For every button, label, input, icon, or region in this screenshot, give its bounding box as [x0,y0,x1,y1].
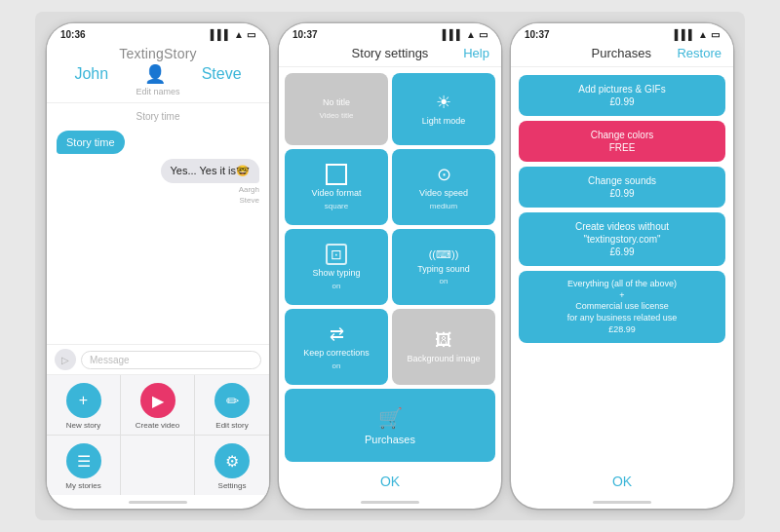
sender-label-2: Steve [240,196,259,205]
settings-spacer: Help [291,46,317,60]
home-bar-3 [511,495,733,509]
tile-video-format[interactable]: Video format square [285,149,388,225]
ok-button-3[interactable]: OK [511,468,733,495]
settings-icon: ⚙ [214,443,250,478]
action-settings[interactable]: ⚙ Settings [195,436,269,495]
purchase-item-colors[interactable]: Change colorsFREE [519,121,725,162]
status-icons-1: ▌▌▌ ▲ ▭ [211,29,255,40]
chat-area: Story time Story time Yes... Yes it is🤓 … [47,103,269,344]
new-story-icon: + [66,383,101,418]
status-icons-2: ▌▌▌ ▲ ▭ [443,29,488,40]
status-icons-3: ▌▌▌ ▲ ▭ [675,29,720,40]
signal-icon-2: ▌▌▌ [443,29,463,40]
status-bar-1: 10:36 ▌▌▌ ▲ ▭ [47,23,269,42]
image-icon: 🖼 [435,330,452,351]
tile-video-speed-value: medium [430,202,457,210]
person-icon: 👤 [144,63,166,85]
tile-no-title[interactable]: No title Video title [285,73,388,145]
edit-story-label: Edit story [215,421,248,430]
phone-1: 10:36 ▌▌▌ ▲ ▭ TextingStory John 👤 Steve … [47,23,269,509]
battery-icon-2: ▭ [479,29,488,40]
create-video-label: Create video [136,421,179,430]
action-empty [121,436,195,495]
home-bar-2 [279,495,501,509]
purchase-item-videos[interactable]: Create videos without"textingstory.com"£… [519,212,725,266]
tile-show-typing-label: Show typing [312,268,360,279]
action-edit-story[interactable]: ✏ Edit story [195,375,269,436]
ok-button-2[interactable]: OK [279,468,501,495]
time-2: 10:37 [292,29,318,40]
home-indicator-2 [361,501,419,504]
my-stories-label: My stories [65,481,100,490]
name-left[interactable]: John [74,65,108,83]
signal-icon-3: ▌▌▌ [675,29,695,40]
tile-video-speed[interactable]: ⊙ Video speed medium [392,149,495,225]
phone-2: 10:37 ▌▌▌ ▲ ▭ Help Story settings Help N… [279,23,501,509]
wifi-icon-2: ▲ [466,29,476,40]
battery-icon: ▭ [247,29,255,40]
square-icon [326,164,347,185]
phone-3: 10:37 ▌▌▌ ▲ ▭ Purchases Restore Add pict… [511,23,733,509]
edit-story-icon: ✏ [214,383,250,418]
tile-show-typing-value: on [332,282,341,290]
tile-keep-corrections-label: Keep corrections [303,348,370,359]
time-1: 10:36 [60,29,86,40]
bubble-left: Story time [57,131,125,154]
sender-label-1: Aargh [239,185,259,194]
action-my-stories[interactable]: ☰ My stories [47,436,121,495]
app-header: TextingStory John 👤 Steve Edit names [47,42,269,103]
home-indicator-3 [593,501,651,504]
message-placeholder: Message [90,355,130,365]
home-bar-1 [47,495,269,509]
story-label: Story time [57,111,259,122]
tile-show-typing[interactable]: ⊡ Show typing on [285,229,388,305]
story-settings-header: Help Story settings Help [279,42,501,67]
tile-typing-sound-label: Typing sound [417,264,470,275]
battery-icon-3: ▭ [711,29,720,40]
cart-icon: 🛒 [378,406,403,430]
tile-keep-corrections[interactable]: ⇄ Keep corrections on [285,309,388,385]
restore-button[interactable]: Restore [677,46,722,60]
send-button[interactable]: ▷ [55,349,76,370]
tile-video-title: Video title [320,111,354,120]
tile-light-mode[interactable]: ☀ Light mode [392,73,495,145]
message-input[interactable]: Message [81,351,261,369]
tile-video-format-value: square [325,202,348,210]
new-story-label: New story [66,421,101,430]
purchase-item-everything[interactable]: Everything (all of the above)+Commercial… [519,271,725,343]
status-bar-2: 10:37 ▌▌▌ ▲ ▭ [279,23,501,42]
settings-label: Settings [218,481,247,490]
signal-icon: ▌▌▌ [211,29,231,40]
tile-purchases[interactable]: 🛒 Purchases [285,389,495,462]
tile-video-format-label: Video format [312,188,362,199]
tile-light-mode-label: Light mode [422,116,466,127]
purchases-title: Purchases [566,46,677,60]
names-row: John 👤 Steve [47,61,269,87]
purchase-item-gifs[interactable]: Add pictures & GIFs£0.99 [519,75,725,116]
wifi-icon: ▲ [234,29,244,40]
create-video-icon: ▶ [140,383,176,418]
tile-typing-sound[interactable]: ((⌨)) Typing sound on [392,229,495,305]
sun-icon: ☀ [436,92,451,113]
story-settings-title: Story settings [352,46,429,60]
sound-icon: ((⌨)) [429,248,459,261]
bubble-right: Yes... Yes it is🤓 [161,159,259,183]
corrections-icon: ⇄ [330,323,344,345]
tile-purchases-label: Purchases [365,434,415,445]
action-grid: + New story ▶ Create video ✏ Edit story … [47,374,269,495]
action-new-story[interactable]: + New story [47,375,121,436]
tile-typing-sound-value: on [440,277,448,285]
tile-background-image[interactable]: 🖼 Background image [392,309,495,385]
action-create-video[interactable]: ▶ Create video [121,375,195,436]
name-right[interactable]: Steve [202,65,242,83]
message-input-row: ▷ Message [47,344,269,374]
my-stories-icon: ☰ [66,443,101,478]
time-3: 10:37 [525,29,550,40]
tile-keep-corrections-value: on [332,361,341,370]
phones-container: 10:36 ▌▌▌ ▲ ▭ TextingStory John 👤 Steve … [35,12,745,520]
help-button[interactable]: Help [463,46,489,60]
settings-grid: No title Video title ☀ Light mode Video … [279,67,501,468]
home-indicator-1 [129,501,187,504]
purchase-item-sounds[interactable]: Change sounds£0.99 [519,167,725,208]
edit-names-label[interactable]: Edit names [47,87,269,96]
